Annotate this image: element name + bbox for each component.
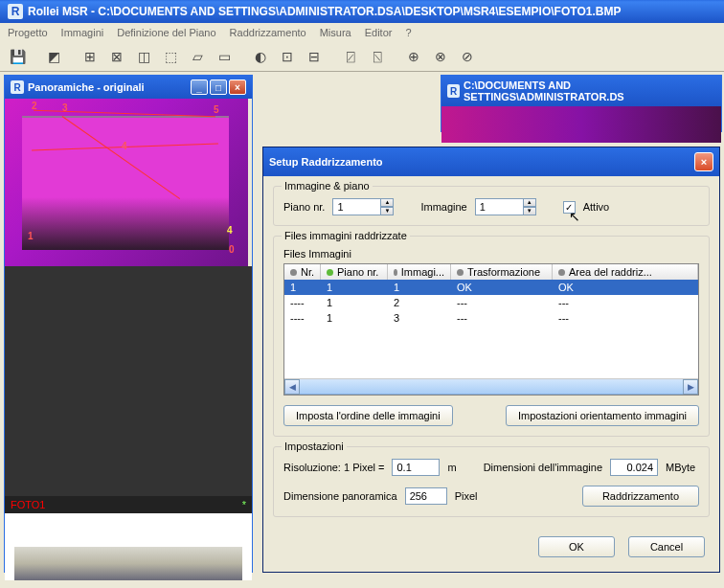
piano-up-icon[interactable]: ▲ — [380, 198, 394, 207]
preview-image[interactable] — [5, 513, 252, 580]
menubar: Progetto Immagini Definizione del Piano … — [0, 23, 724, 42]
fieldset-immagine-piano: Immagine & piano Piano nr. ▲▼ Immagine ▲… — [273, 186, 710, 226]
save-icon[interactable]: 💾 — [6, 45, 29, 68]
menu-raddrizzamento[interactable]: Raddrizzamento — [230, 27, 306, 38]
fs2-legend: Files immagini raddrizzate — [282, 230, 410, 241]
pan-unit: Pixel — [455, 490, 478, 502]
attivo-label: Attivo — [583, 201, 610, 213]
tool14-icon[interactable]: ⊘ — [456, 45, 479, 68]
second-panel: RC:\DOCUMENTS AND SETTINGS\ADMINISTRATOR… — [441, 75, 722, 132]
files-sublabel: Files Immagini — [283, 248, 699, 260]
table-scrollbar[interactable]: ◀ ▶ — [284, 378, 698, 395]
tool9-icon[interactable]: ⊟ — [303, 45, 326, 68]
orientamento-button[interactable]: Impostazioni orientamento immagini — [506, 405, 699, 426]
panoramiche-title-text: Panoramiche - originali — [28, 81, 145, 93]
risoluzione-unit: m — [447, 462, 456, 473]
pan-label: Dimensione panoramica — [283, 490, 397, 502]
app-icon: R — [8, 4, 23, 19]
col-area[interactable]: Area del raddriz... — [553, 264, 698, 280]
tool12-icon[interactable]: ⊕ — [402, 45, 425, 68]
panel-icon2: R — [447, 84, 460, 98]
files-table: Nr. Piano nr. Immagi... Trasformazione A… — [283, 263, 699, 396]
pan-input[interactable] — [405, 487, 447, 505]
tool4-icon[interactable]: ⬚ — [159, 45, 182, 68]
maximize-icon[interactable]: □ — [210, 79, 227, 95]
ok-button[interactable]: OK — [538, 536, 615, 557]
table-row[interactable]: ---- 1 3 --- --- — [284, 310, 698, 326]
col-nr[interactable]: Nr. — [284, 264, 321, 280]
tool6-icon[interactable]: ▭ — [213, 45, 236, 68]
scroll-right-icon[interactable]: ▶ — [683, 379, 698, 395]
minimize-icon[interactable]: _ — [191, 79, 208, 95]
immagine-label: Immagine — [420, 201, 466, 213]
immagine-down-icon[interactable]: ▼ — [523, 207, 536, 215]
piano-label: Piano nr. — [283, 201, 325, 213]
thumbnail-image[interactable]: 2 3 5 4 1 4 0 — [5, 99, 248, 266]
fs3-legend: Impostazioni — [282, 441, 347, 452]
menu-immagini[interactable]: Immagini — [61, 27, 104, 38]
dim-output — [610, 459, 658, 476]
workspace: RPanoramiche - originali _ □ × 2 3 5 4 1… — [0, 72, 724, 588]
app-name: Rollei MSR — [28, 5, 88, 18]
immagine-input[interactable] — [475, 198, 523, 215]
fieldset-impostazioni: Impostazioni Risoluzione: 1 Pixel = m Di… — [273, 446, 710, 517]
tool8-icon[interactable]: ⊡ — [276, 45, 299, 68]
grid2-icon[interactable]: ⊠ — [105, 45, 128, 68]
tool11-icon[interactable]: ⍂ — [366, 45, 389, 68]
second-thumbnail[interactable] — [441, 106, 721, 143]
table-header: Nr. Piano nr. Immagi... Trasformazione A… — [284, 264, 698, 280]
piano-down-icon[interactable]: ▼ — [380, 207, 394, 215]
tool10-icon[interactable]: ⍁ — [339, 45, 362, 68]
menu-help[interactable]: ? — [405, 27, 411, 38]
fs1-legend: Immagine & piano — [282, 180, 373, 192]
panoramiche-titlebar[interactable]: RPanoramiche - originali _ □ × — [5, 76, 252, 99]
menu-misura[interactable]: Misura — [320, 27, 351, 38]
setup-dialog: Setup Raddrizzamento × Immagine & piano … — [262, 147, 720, 573]
image-label: FOTO1* — [5, 496, 252, 513]
dark-area — [5, 266, 252, 496]
col-trasf[interactable]: Trasformazione — [451, 264, 553, 280]
cancel-button[interactable]: Cancel — [628, 536, 705, 557]
file-path: C:\DOCUMENTS AND SETTINGS\ADMINISTRATOR.… — [98, 5, 621, 18]
panoramiche-panel: RPanoramiche - originali _ □ × 2 3 5 4 1… — [4, 75, 253, 573]
ordine-button[interactable]: Imposta l'ordine delle immagini — [283, 405, 453, 426]
cursor-icon: ↖ — [569, 209, 580, 224]
dialog-close-icon[interactable]: × — [694, 152, 713, 171]
tool5-icon[interactable]: ▱ — [186, 45, 209, 68]
second-title-text: C:\DOCUMENTS AND SETTINGS\ADMINISTRATOR.… — [464, 79, 715, 102]
second-titlebar[interactable]: RC:\DOCUMENTS AND SETTINGS\ADMINISTRATOR… — [441, 76, 721, 106]
table-row[interactable]: ---- 1 2 --- --- — [284, 295, 698, 310]
col-immagi[interactable]: Immagi... — [388, 264, 451, 280]
table-body: 1 1 1 OK OK ---- 1 2 --- --- — [284, 280, 698, 378]
close-icon[interactable]: × — [229, 79, 246, 95]
tool3-icon[interactable]: ◫ — [132, 45, 155, 68]
menu-definizione[interactable]: Definizione del Piano — [117, 27, 215, 38]
table-row[interactable]: 1 1 1 OK OK — [284, 280, 698, 295]
menu-progetto[interactable]: Progetto — [8, 27, 48, 38]
tool-icon[interactable]: ◩ — [42, 45, 65, 68]
piano-input[interactable] — [332, 198, 380, 215]
panel-icon: R — [11, 80, 24, 94]
grid-icon[interactable]: ⊞ — [79, 45, 102, 68]
app-titlebar: R Rollei MSR - C:\DOCUMENTS AND SETTINGS… — [0, 0, 724, 23]
dim-label: Dimensioni dell'immagine — [484, 462, 602, 473]
dim-unit: MByte — [666, 462, 695, 473]
dialog-titlebar[interactable]: Setup Raddrizzamento × — [263, 147, 719, 176]
raddrizzamento-button[interactable]: Raddrizzamento — [582, 486, 699, 507]
immagine-up-icon[interactable]: ▲ — [523, 198, 536, 207]
fieldset-files: Files immagini raddrizzate Files Immagin… — [273, 236, 710, 437]
toolbar: 💾 ◩ ⊞ ⊠ ◫ ⬚ ▱ ▭ ◐ ⊡ ⊟ ⍁ ⍂ ⊕ ⊗ ⊘ — [0, 42, 724, 72]
risoluzione-input[interactable] — [392, 459, 440, 476]
tool13-icon[interactable]: ⊗ — [429, 45, 452, 68]
col-piano[interactable]: Piano nr. — [321, 264, 388, 280]
tool7-icon[interactable]: ◐ — [249, 45, 272, 68]
risoluzione-label: Risoluzione: 1 Pixel = — [283, 462, 384, 473]
scroll-left-icon[interactable]: ◀ — [284, 379, 300, 395]
menu-editor[interactable]: Editor — [365, 27, 393, 38]
dialog-title-text: Setup Raddrizzamento — [269, 156, 383, 168]
